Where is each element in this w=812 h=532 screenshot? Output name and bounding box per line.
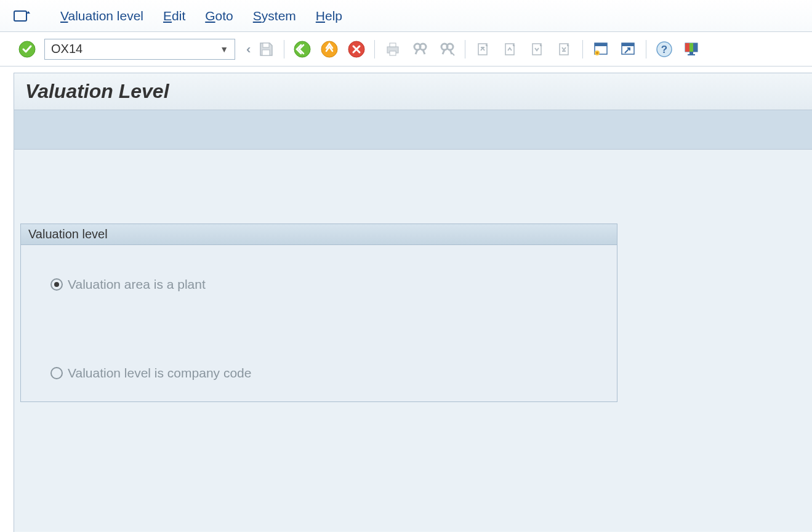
session-menu-icon[interactable] <box>14 9 31 23</box>
menu-edit[interactable]: Edit <box>163 9 185 23</box>
application-toolbar <box>14 110 812 150</box>
command-value: OX14 <box>51 42 82 56</box>
exit-icon[interactable] <box>319 39 340 60</box>
separator <box>374 40 375 58</box>
save-icon[interactable] <box>255 39 276 60</box>
svg-text:?: ? <box>661 44 667 55</box>
radio-label: Valuation area is a plant <box>68 277 206 292</box>
prev-page-icon <box>500 39 521 60</box>
group-valuation-level: Valuation level Valuation area is a plan… <box>20 224 617 402</box>
layout-icon[interactable] <box>681 39 702 60</box>
svg-rect-32 <box>688 54 695 55</box>
page-title: Valuation Level <box>25 80 169 103</box>
svg-rect-17 <box>533 44 541 55</box>
find-icon <box>409 39 430 60</box>
back-icon[interactable] <box>292 39 313 60</box>
svg-rect-14 <box>478 44 487 55</box>
menu-bar: Valuation level Edit Goto System Help <box>0 0 812 32</box>
command-field[interactable]: OX14 ▼ <box>44 39 235 60</box>
svg-rect-0 <box>14 11 26 21</box>
svg-point-13 <box>447 44 453 50</box>
svg-rect-21 <box>595 43 607 46</box>
group-title: Valuation level <box>21 224 617 245</box>
svg-rect-3 <box>262 50 270 55</box>
title-bar: Valuation Level <box>14 73 812 110</box>
first-page-icon <box>473 39 494 60</box>
chevron-down-icon[interactable]: ▼ <box>220 44 228 54</box>
menu-system[interactable]: System <box>253 9 296 23</box>
find-next-icon <box>436 39 457 60</box>
enter-icon[interactable] <box>18 41 36 58</box>
radio-valuation-plant[interactable]: Valuation area is a plant <box>50 277 592 292</box>
radio-label: Valuation level is company code <box>68 366 251 381</box>
svg-rect-31 <box>689 52 693 54</box>
print-icon <box>382 39 403 60</box>
last-page-icon <box>554 39 575 60</box>
svg-rect-16 <box>505 44 514 55</box>
radio-icon <box>50 278 63 291</box>
separator <box>465 40 465 58</box>
svg-rect-30 <box>693 43 697 52</box>
collapse-icon[interactable]: ‹‹ <box>246 42 247 56</box>
svg-rect-29 <box>689 43 693 52</box>
radio-icon <box>50 367 63 379</box>
toolbar: OX14 ▼ ‹‹ <box>0 32 812 66</box>
svg-rect-9 <box>390 51 396 55</box>
help-icon[interactable]: ? <box>654 39 675 60</box>
menu-valuation-level[interactable]: Valuation level <box>60 9 143 23</box>
svg-rect-2 <box>263 43 269 47</box>
body-area: Valuation level Valuation area is a plan… <box>14 150 812 531</box>
svg-rect-24 <box>622 43 634 46</box>
menu-goto[interactable]: Goto <box>205 9 233 23</box>
next-page-icon <box>527 39 548 60</box>
separator <box>582 40 583 58</box>
separator <box>284 40 284 58</box>
svg-rect-8 <box>390 43 396 47</box>
new-session-icon[interactable] <box>590 39 611 60</box>
content-area: Valuation Level Valuation level Valuatio… <box>14 73 812 532</box>
menu-help[interactable]: Help <box>316 9 342 23</box>
svg-rect-28 <box>685 43 689 52</box>
shortcut-icon[interactable] <box>617 39 638 60</box>
radio-valuation-company-code[interactable]: Valuation level is company code <box>50 366 592 381</box>
cancel-icon[interactable] <box>346 39 367 60</box>
separator <box>646 40 646 58</box>
svg-point-11 <box>420 44 426 50</box>
